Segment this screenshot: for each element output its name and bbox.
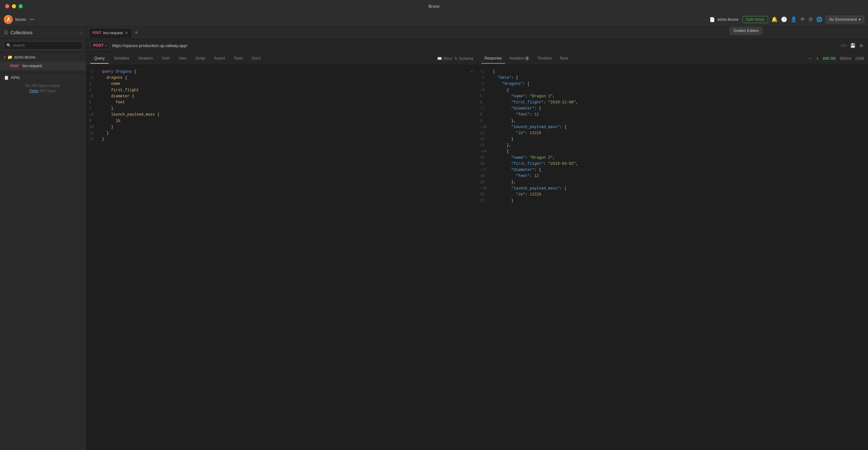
safe-mode-button[interactable]: Safe Mode [742, 16, 768, 23]
globe-icon[interactable]: 🌐 [816, 16, 823, 23]
resp-content-5: "name": "Dragon 1", [493, 93, 555, 100]
tab-assert[interactable]: Assert [210, 54, 229, 64]
resp-line-number-6: 6 [480, 100, 489, 106]
edit-icon[interactable]: ✏ [470, 67, 473, 74]
resp-content-22: } [493, 198, 514, 204]
resp-content-19: }, [493, 179, 516, 185]
workspace-info: 🐶 bruno ••• [4, 15, 36, 24]
edit-response-icon[interactable]: ✏ [809, 56, 812, 61]
sidebar-header-actions: ↕ [81, 30, 83, 35]
code-icon[interactable]: </> [840, 43, 847, 48]
code-line-7: 7 } [87, 106, 477, 112]
url-input[interactable] [112, 43, 838, 48]
response-body: ▾1 { ▾2 "data": { ▾3 "dragons": [ [477, 65, 868, 450]
resp-line-number-9: 9 [480, 118, 489, 124]
resp-line-16: 16 "first_flight": "2019-03-02", [477, 161, 868, 167]
tab-headers[interactable]: Headers [134, 54, 157, 64]
apis-icon: 📋 [4, 75, 9, 80]
code-line-12: 12 } [87, 136, 477, 142]
line-number-11: 11 [89, 130, 98, 136]
resp-line-number-13: 13 [480, 142, 489, 149]
top-toolbar: 🐶 bruno ••• 📄 echo-bruno Safe Mode 🔔 🕐 👤… [0, 12, 868, 27]
tab-response-headers[interactable]: Headers9 [506, 54, 533, 64]
tab-timeline[interactable]: Timeline [534, 54, 555, 64]
chevron-down-icon: ▾ [105, 44, 107, 47]
environment-selector[interactable]: No Environment ▾ [826, 16, 864, 23]
resp-line-11: 11 "lb": 13228 [477, 130, 868, 136]
schema-button[interactable]: ↻ Schema [455, 56, 473, 61]
tab-vars[interactable]: Vars [175, 54, 190, 64]
minimize-button[interactable] [12, 4, 16, 8]
send-button[interactable]: ➤ [859, 42, 864, 49]
resp-content-17: "diameter": { [493, 167, 541, 173]
refresh-icon: ↻ [455, 56, 458, 61]
code-line-1: ▾1 query Dragons { [87, 69, 477, 75]
resp-line-number-11: 11 [480, 130, 489, 136]
resp-line-15: 15 "name": "Dragon 2", [477, 155, 868, 161]
docs-button[interactable]: 📖 Docs [437, 56, 452, 61]
panel-tab-right: 📖 Docs ↻ Schema [437, 56, 473, 61]
line-content-5: diameter { [102, 93, 134, 100]
save-icon[interactable]: 💾 [850, 43, 856, 48]
request-name: bru-request [23, 64, 42, 68]
tab-query[interactable]: Query [90, 54, 108, 64]
no-api-text: No API Specs found. [0, 82, 86, 89]
resp-content-3: "dragons": [ [493, 81, 530, 87]
tab-script[interactable]: Script [191, 54, 209, 64]
line-content-2: dragons { [102, 75, 127, 81]
apis-item[interactable]: 📋 APIs [0, 73, 86, 82]
content-area: ☰ Collections ↕ 🔍 ▾ 📁 echo-bruno POST [0, 27, 868, 450]
clock-icon[interactable]: 🕐 [781, 16, 787, 23]
alarm-icon[interactable]: 🔔 [771, 16, 778, 23]
tab-response[interactable]: Response [482, 54, 505, 64]
tab-close-icon[interactable]: ✕ [125, 31, 128, 35]
resp-content-1: { [493, 69, 495, 75]
resp-line-number-5: 5 [480, 93, 489, 100]
tab-tests[interactable]: Tests [230, 54, 247, 64]
resp-content-8: "feet": 12 [493, 112, 539, 118]
sort-icon[interactable]: ↕ [81, 30, 83, 35]
code-line-3: 3 name [87, 81, 477, 87]
workspace-menu-button[interactable]: ••• [29, 16, 36, 23]
tab-docs[interactable]: Docs [248, 54, 264, 64]
resp-line-22: 22 } [477, 198, 868, 204]
tab-bru-request[interactable]: POST bru-request ✕ [88, 28, 132, 38]
api-spec-text: API Spec. [40, 89, 57, 93]
tab-method-badge: POST [93, 31, 101, 35]
resp-line-10: ▾10 "launch_payload_mass": { [477, 124, 868, 130]
resp-content-16: "first_flight": "2019-03-02", [493, 161, 578, 167]
code-line-4: 4 first_flight [87, 87, 477, 93]
download-response-icon[interactable]: ⬇ [816, 56, 819, 61]
chevron-down-icon: ▾ [859, 17, 861, 22]
tab-tests[interactable]: Tests [556, 54, 571, 64]
app-title: Bruno [429, 4, 440, 9]
person-icon[interactable]: 👤 [790, 16, 797, 23]
line-number-3: 3 [89, 81, 98, 87]
resp-line-number-10: ▾10 [480, 124, 489, 130]
line-content-1: query Dragons { [102, 69, 136, 75]
tab-variables[interactable]: Variables [110, 54, 133, 64]
close-button[interactable] [5, 4, 9, 8]
line-number-9: 9 [89, 118, 98, 124]
method-select[interactable]: POST ▾ [90, 42, 110, 49]
status-code: 200 OK [823, 56, 836, 61]
search-input[interactable] [4, 41, 82, 50]
gear-icon[interactable]: ⚙ [808, 16, 813, 23]
resp-content-2: "data": { [493, 75, 518, 81]
collection-item-echo-bruno[interactable]: ▾ 📁 echo-bruno [0, 53, 86, 62]
new-tab-button[interactable]: + [133, 29, 140, 36]
request-item-bru-request[interactable]: POST bru-request [0, 62, 86, 70]
resp-line-number-12: 12 [480, 136, 489, 142]
eye-icon[interactable]: 👁 [800, 17, 805, 23]
title-bar: Bruno [0, 0, 868, 12]
line-number-6: 6 [89, 100, 98, 106]
resp-line-number-18: 18 [480, 173, 489, 179]
code-editor[interactable]: ✏ ▾1 query Dragons { ▾2 dragons { [87, 65, 477, 450]
line-content-6: feet [102, 100, 125, 106]
tab-auth[interactable]: Auth [158, 54, 174, 64]
maximize-button[interactable] [19, 4, 23, 8]
resp-line-13: 13 }, [477, 142, 868, 149]
open-api-link[interactable]: Open [29, 89, 39, 93]
query-panel-tabs: Query Variables Headers Auth Vars Script… [87, 52, 477, 65]
resp-content-7: "diameter": { [493, 106, 541, 112]
